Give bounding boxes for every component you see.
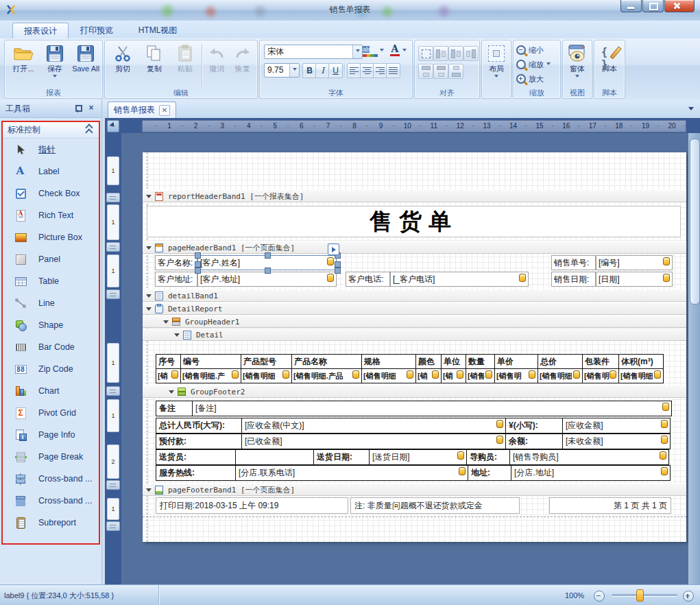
field-label[interactable]: 销售日期: — [551, 272, 596, 287]
field-customer-phone[interactable]: [_客户电话] — [390, 272, 529, 287]
selection-handle[interactable] — [335, 268, 341, 274]
band-resize-grip[interactable] — [106, 521, 120, 531]
font-color-button[interactable]: A — [390, 45, 407, 56]
footer-label-cell[interactable]: 余额: — [505, 434, 563, 449]
table-data-cell[interactable]: [销售明 — [582, 368, 619, 383]
table-header-cell[interactable]: 编号 — [180, 354, 241, 369]
combo-dropdown-icon[interactable] — [352, 45, 362, 58]
window-view-dropdown-arrow[interactable] — [575, 75, 579, 80]
toolbox-item[interactable]: Page Info — [3, 424, 99, 446]
align-bottoms-button[interactable] — [448, 64, 463, 79]
toolbox-item[interactable]: Shape — [3, 314, 99, 336]
print-date-label[interactable]: 打印日期:2018-03-15 上午 09:19 — [156, 497, 348, 514]
table-header-cell[interactable]: 产品型号 — [241, 354, 292, 369]
table-data-cell[interactable]: [销售 — [466, 368, 495, 383]
zoom-in-button-status[interactable] — [683, 591, 694, 602]
italic-button[interactable]: I — [315, 63, 330, 78]
field-customer-addr[interactable]: [客户.地址] — [197, 272, 337, 287]
table-data-cell[interactable]: [销售明细 — [618, 368, 664, 383]
font-name-combobox[interactable]: 宋体 — [264, 45, 363, 59]
report-title-label[interactable]: 售货单 — [147, 206, 681, 237]
document-tab[interactable]: 销售单报表 ✕ — [108, 102, 176, 118]
tab-print-preview[interactable]: 打印预览 — [70, 23, 123, 38]
zoom-slider[interactable] — [612, 594, 677, 597]
toolbox-section-header[interactable]: 标准控制 — [3, 122, 99, 139]
band-resize-grip[interactable] — [106, 386, 120, 396]
footer-value-cell[interactable]: [销售导购员] — [509, 449, 669, 465]
band-detail-band1[interactable]: detailBand1 — [143, 289, 686, 302]
toolbox-item[interactable]: Panel — [3, 248, 99, 270]
minimize-button[interactable] — [620, 0, 642, 12]
footer-value-cell[interactable]: [已收金额] — [241, 434, 506, 449]
footer-value-cell[interactable]: [分店.地址] — [511, 465, 671, 481]
footer-value-cell[interactable]: [应收金额] — [562, 418, 671, 434]
close-button[interactable] — [664, 0, 695, 12]
scrollbar-thumb[interactable] — [690, 139, 700, 305]
layout-button[interactable]: 布局 — [483, 43, 510, 86]
toolbox-item[interactable]: Line — [3, 292, 99, 314]
ruler-origin-button[interactable] — [107, 120, 119, 132]
layout-dropdown-arrow[interactable] — [494, 75, 498, 80]
footer-value-cell[interactable]: [送货日期] — [369, 449, 467, 465]
script-button[interactable]: 脚本 — [596, 43, 623, 86]
table-header-cell[interactable]: 产品名称 — [291, 354, 362, 369]
field-order-no[interactable]: [编号] — [596, 255, 673, 270]
collapse-arrow-icon[interactable] — [146, 195, 152, 201]
toolbox-item[interactable]: Zip Code — [3, 358, 99, 380]
toolbox-item[interactable]: Bar Code — [3, 336, 99, 358]
toolbox-item[interactable]: Table — [3, 270, 99, 292]
selection-handle[interactable] — [335, 261, 341, 268]
title-bar[interactable]: 销售单报表 — [0, 0, 700, 21]
copy-button[interactable]: 复制 — [139, 43, 169, 86]
selection-handle[interactable] — [195, 268, 201, 274]
align-middles-button[interactable] — [433, 64, 448, 79]
table-header-cell[interactable]: 包装件 — [582, 354, 619, 369]
footer-value-cell[interactable]: [未收金额] — [562, 434, 671, 449]
window-view-button[interactable]: 窗体 — [564, 43, 591, 86]
font-color-dropdown-arrow[interactable] — [402, 49, 407, 54]
align-right-button[interactable] — [373, 63, 387, 78]
table-data-cell[interactable]: [销售明细 — [538, 368, 583, 383]
footer-label-cell[interactable]: 送货员: — [156, 449, 236, 465]
table-header-cell[interactable]: 单价 — [494, 354, 538, 369]
size-to-grid-button[interactable] — [418, 46, 433, 61]
toolbox-item[interactable]: Check Box — [3, 182, 99, 204]
align-tops-button[interactable] — [418, 64, 433, 79]
smart-tag-button[interactable] — [328, 244, 339, 255]
field-label[interactable]: 销售单号: — [551, 255, 596, 270]
zoom-in-button[interactable]: 放大 — [516, 72, 544, 86]
document-tab-close-icon[interactable]: ✕ — [159, 105, 170, 116]
selection-handle[interactable] — [195, 261, 201, 268]
selection-handle[interactable] — [265, 268, 271, 274]
align-centers-button[interactable] — [448, 46, 463, 61]
toolbox-item[interactable]: Pivot Grid — [3, 402, 99, 424]
band-group-footer2[interactable]: GroupFooter2 — [143, 385, 686, 398]
table-data-cell[interactable]: [销 — [156, 368, 181, 383]
highlight-dropdown-arrow[interactable] — [380, 49, 384, 54]
toolbox-item[interactable]: Subreport — [3, 512, 99, 534]
table-header-cell[interactable]: 数量 — [466, 354, 495, 369]
toolbox-item[interactable]: Chart — [3, 380, 99, 402]
align-rights-button[interactable] — [463, 46, 479, 61]
collapse-arrow-icon[interactable] — [163, 320, 169, 327]
table-header-cell[interactable]: 序号 — [156, 354, 181, 369]
toolbox-close-icon[interactable]: × — [86, 103, 96, 112]
maximize-button[interactable] — [642, 0, 664, 12]
table-data-cell[interactable]: [销售明细 — [361, 368, 416, 383]
footer-label-cell[interactable]: 送货日期: — [313, 449, 370, 465]
table-header-cell[interactable]: 规格 — [361, 354, 416, 369]
footer-label-cell[interactable]: 地址: — [468, 465, 511, 481]
field-label[interactable]: 客户地址: — [155, 272, 197, 287]
band-resize-grip[interactable] — [106, 242, 120, 252]
note-label[interactable]: 注: 非质量问题概不退还货款或定金 — [350, 497, 520, 514]
tab-html-view[interactable]: HTML视图 — [126, 23, 189, 38]
underline-button[interactable]: U — [328, 63, 343, 78]
table-header-cell[interactable]: 总价 — [538, 354, 583, 369]
combo-dropdown-icon[interactable] — [289, 64, 299, 77]
collapse-arrow-icon[interactable] — [169, 390, 174, 396]
table-data-cell[interactable]: [销 — [415, 368, 442, 383]
zoom-slider-thumb[interactable] — [636, 589, 644, 602]
align-lefts-button[interactable] — [433, 46, 448, 61]
save-button[interactable]: 保存 — [40, 43, 69, 86]
table-header-cell[interactable]: 体积(m³) — [618, 354, 664, 369]
